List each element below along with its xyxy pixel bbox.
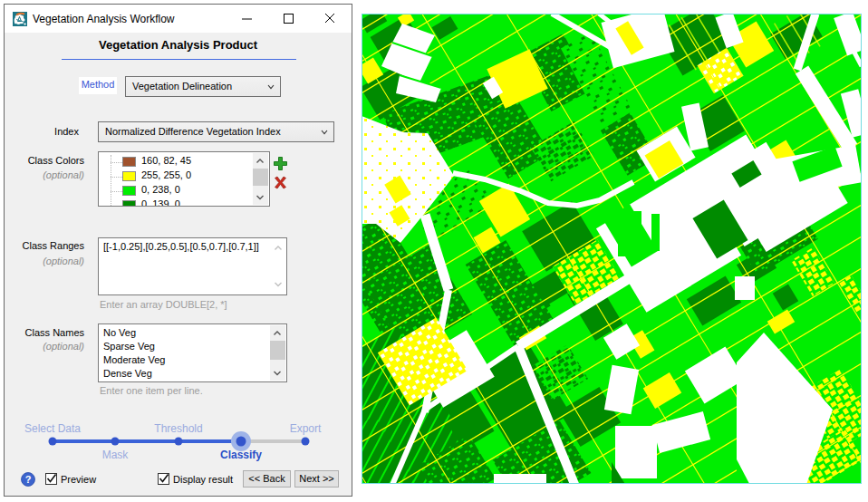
svg-text:?: ? — [25, 474, 32, 485]
